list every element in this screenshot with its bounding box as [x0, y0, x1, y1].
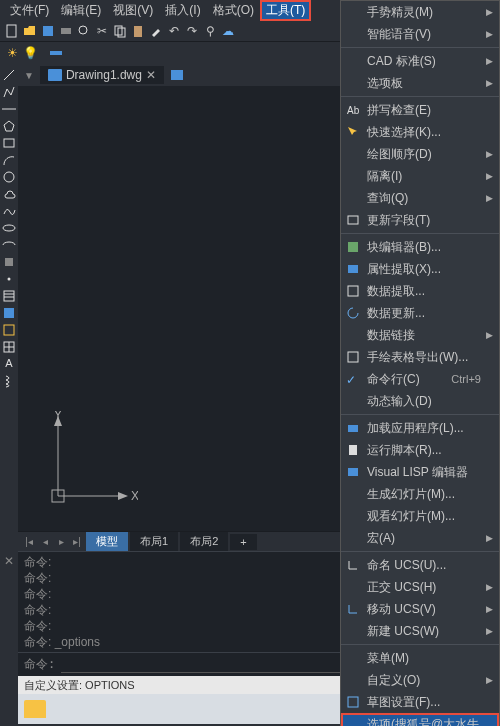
menu-isolate[interactable]: 隔离(I)▶ [341, 165, 499, 187]
ellipse-icon[interactable] [2, 221, 16, 235]
prev-tab-icon[interactable]: ◂ [38, 535, 52, 549]
close-icon[interactable]: ✕ [146, 68, 156, 82]
undo-icon[interactable]: ↶ [166, 23, 182, 39]
paste-icon[interactable] [130, 23, 146, 39]
print-icon[interactable] [58, 23, 74, 39]
menu-tblexport[interactable]: 手绘表格导出(W)... [341, 346, 499, 368]
copy-icon[interactable] [112, 23, 128, 39]
block-icon[interactable] [2, 255, 16, 269]
menu-options[interactable]: ⚙选项(搜狐号@大水牛测绘 [341, 713, 499, 726]
menu-insert[interactable]: 插入(I) [159, 0, 206, 21]
menu-dataupd[interactable]: 数据更新... [341, 302, 499, 324]
svg-rect-2 [61, 28, 71, 34]
svg-rect-6 [134, 26, 142, 37]
menu-file[interactable]: 文件(F) [4, 0, 55, 21]
new-icon[interactable] [4, 23, 20, 39]
menu-makeslide[interactable]: 生成幻灯片(M)... [341, 483, 499, 505]
app-icon [346, 421, 360, 435]
svg-rect-19 [4, 308, 14, 318]
svg-rect-38 [348, 425, 358, 432]
menu-dyninput[interactable]: 动态输入(D) [341, 390, 499, 412]
menu-datalink[interactable]: 数据链接▶ [341, 324, 499, 346]
brush-icon[interactable] [148, 23, 164, 39]
line-icon[interactable] [2, 68, 16, 82]
svg-rect-34 [348, 242, 358, 252]
polygon-icon[interactable] [2, 119, 16, 133]
arc-icon[interactable] [2, 153, 16, 167]
menu-quicksel[interactable]: 快速选择(K)... [341, 121, 499, 143]
menu-edit[interactable]: 编辑(E) [55, 0, 107, 21]
menu-custom[interactable]: 自定义(O)▶ [341, 669, 499, 691]
menu-blockedit[interactable]: 块编辑器(B)... [341, 236, 499, 258]
menu-runscript[interactable]: 运行脚本(R)... [341, 439, 499, 461]
first-tab-icon[interactable]: |◂ [22, 535, 36, 549]
menu-viewslide[interactable]: 观看幻灯片(M)... [341, 505, 499, 527]
helix-icon[interactable] [2, 374, 16, 388]
next-tab-icon[interactable]: ▸ [54, 535, 68, 549]
open-icon[interactable] [22, 23, 38, 39]
menu-gesture[interactable]: 手势精灵(M)▶ [341, 1, 499, 23]
menu-inquiry[interactable]: 查询(Q)▶ [341, 187, 499, 209]
menu-dataext[interactable]: 数据提取... [341, 280, 499, 302]
preview-icon[interactable] [76, 23, 92, 39]
svg-point-12 [4, 172, 14, 182]
menu-updatefield[interactable]: 更新字段(T) [341, 209, 499, 231]
menu-menu[interactable]: 菜单(M) [341, 647, 499, 669]
ucs-icon [346, 558, 360, 572]
layer-icon[interactable] [48, 45, 64, 61]
menu-newucs[interactable]: 新建 UCS(W)▶ [341, 620, 499, 642]
export-icon [346, 350, 360, 364]
menu-vlisp[interactable]: Visual LISP 编辑器 [341, 461, 499, 483]
menu-cadstd[interactable]: CAD 标准(S)▶ [341, 50, 499, 72]
menu-spell[interactable]: Ab拼写检查(E) [341, 99, 499, 121]
sun-icon[interactable]: ☀ [4, 45, 20, 61]
menu-tools[interactable]: 工具(T) [260, 0, 311, 21]
bulb-icon[interactable]: 💡 [22, 45, 38, 61]
cut-icon[interactable]: ✂ [94, 23, 110, 39]
menu-moveucs[interactable]: 移动 UCS(V)▶ [341, 598, 499, 620]
menu-drafting[interactable]: 草图设置(F)... [341, 691, 499, 713]
menu-attrext[interactable]: 属性提取(X)... [341, 258, 499, 280]
chevron-down-icon[interactable]: ▼ [24, 70, 34, 81]
document-tab[interactable]: Drawing1.dwg ✕ [40, 66, 164, 84]
redo-icon[interactable]: ↷ [184, 23, 200, 39]
menu-draworder[interactable]: 绘图顺序(D)▶ [341, 143, 499, 165]
xline-icon[interactable] [2, 102, 16, 116]
svg-marker-29 [118, 492, 128, 500]
last-tab-icon[interactable]: ▸| [70, 535, 84, 549]
menu-view[interactable]: 视图(V) [107, 0, 159, 21]
explorer-icon[interactable] [24, 700, 46, 718]
hatch-icon[interactable] [2, 289, 16, 303]
svg-rect-41 [348, 697, 358, 707]
tab-layout1[interactable]: 布局1 [130, 532, 178, 551]
menu-macro[interactable]: 宏(A)▶ [341, 527, 499, 549]
menu-format[interactable]: 格式(O) [207, 0, 260, 21]
menu-loadapp[interactable]: 加载应用程序(L)... [341, 417, 499, 439]
menu-orthoucs[interactable]: 正交 UCS(H)▶ [341, 576, 499, 598]
text-icon[interactable]: A [2, 357, 16, 371]
find-icon[interactable]: ⚲ [202, 23, 218, 39]
polyline-icon[interactable] [2, 85, 16, 99]
svg-rect-11 [4, 139, 14, 147]
dwg-icon [48, 69, 62, 81]
menu-namedocs[interactable]: 命名 UCS(U)... [341, 554, 499, 576]
table-icon[interactable] [2, 340, 16, 354]
cloud-icon[interactable]: ☁ [220, 23, 236, 39]
close-panel-icon[interactable]: ✕ [4, 554, 14, 568]
spline-icon[interactable] [2, 204, 16, 218]
tab-add[interactable]: + [230, 534, 256, 550]
tab-layout2[interactable]: 布局2 [180, 532, 228, 551]
new-tab-icon[interactable] [170, 69, 184, 81]
menu-cmdline[interactable]: ✓命令行(C)Ctrl+9 [341, 368, 499, 390]
region-icon[interactable] [2, 323, 16, 337]
menu-palette[interactable]: 选项板▶ [341, 72, 499, 94]
cloud-icon[interactable] [2, 187, 16, 201]
ellipsearc-icon[interactable] [2, 238, 16, 252]
point-icon[interactable] [2, 272, 16, 286]
save-icon[interactable] [40, 23, 56, 39]
menu-voice[interactable]: 智能语音(V)▶ [341, 23, 499, 45]
tab-model[interactable]: 模型 [86, 532, 128, 551]
rect-icon[interactable] [2, 136, 16, 150]
circle-icon[interactable] [2, 170, 16, 184]
gradient-icon[interactable] [2, 306, 16, 320]
